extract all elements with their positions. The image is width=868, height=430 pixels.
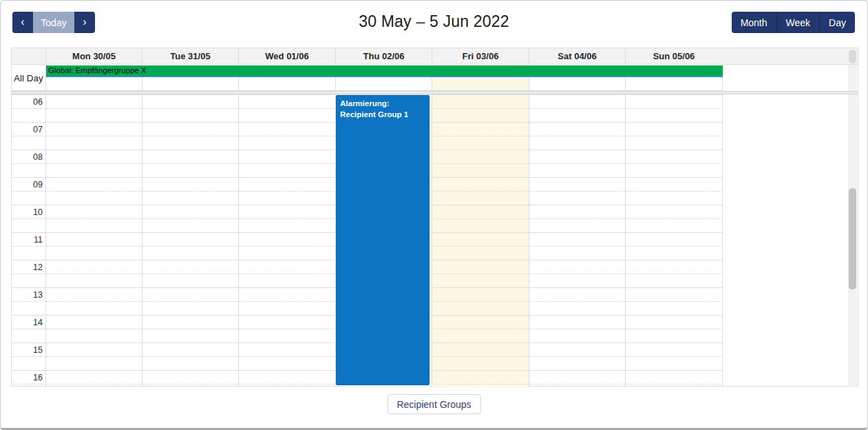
hour-label: 06 — [12, 97, 43, 107]
hour-label: 16 — [12, 373, 43, 382]
day-header-sun: Sun 05/06 — [625, 48, 722, 64]
hour-label: 15 — [12, 345, 43, 355]
timed-event-alarmierung-recipient-group-1[interactable]: Alarmierung: Recipient Group 1 — [336, 95, 430, 385]
day-header-thu: Thu 02/06 — [335, 48, 432, 64]
day-header-sat: Sat 04/06 — [529, 48, 625, 64]
header-gutter — [12, 48, 45, 64]
view-switcher-group: Month Week Day — [732, 12, 855, 33]
header-filler — [722, 48, 858, 64]
hour-label: 10 — [12, 207, 43, 217]
time-grid[interactable]: 06 07 08 09 10 11 12 13 — [12, 94, 723, 387]
hour-label: 12 — [12, 263, 43, 272]
hour-label: 07 — [12, 125, 43, 134]
week-calendar: Mon 30/05 Tue 31/05 Wed 01/06 Thu 02/06 … — [11, 48, 858, 387]
recipient-groups-button[interactable]: Recipient Groups — [387, 394, 480, 414]
all-day-scrollbar-track[interactable] — [848, 65, 857, 91]
hour-label: 08 — [12, 152, 43, 162]
view-week-button[interactable]: Week — [776, 12, 820, 33]
vertical-scrollbar-thumb[interactable] — [849, 188, 856, 289]
day-header-mon: Mon 30/05 — [45, 48, 142, 64]
day-header-row: Mon 30/05 Tue 31/05 Wed 01/06 Thu 02/06 … — [12, 48, 858, 65]
vertical-scrollbar-track[interactable] — [848, 94, 857, 387]
hour-label: 11 — [12, 235, 43, 245]
view-day-button[interactable]: Day — [819, 12, 855, 33]
all-day-row: Global: Empfängergruppe X — [12, 65, 723, 91]
hour-label: 09 — [12, 180, 43, 190]
calendar-app-window: ‹ Today › 30 May – 5 Jun 2022 Month Week… — [0, 0, 868, 430]
day-header-tue: Tue 31/05 — [142, 48, 238, 64]
day-header-wed: Wed 01/06 — [238, 48, 335, 64]
day-header-fri: Fri 03/06 — [432, 48, 529, 64]
all-day-event-global-empfaengergruppe-x[interactable]: Global: Empfängergruppe X — [46, 65, 723, 77]
hour-label: 13 — [12, 290, 43, 300]
hour-label: 14 — [12, 318, 43, 327]
header-scrollbar-thumb[interactable] — [849, 50, 856, 63]
view-month-button[interactable]: Month — [732, 12, 776, 33]
